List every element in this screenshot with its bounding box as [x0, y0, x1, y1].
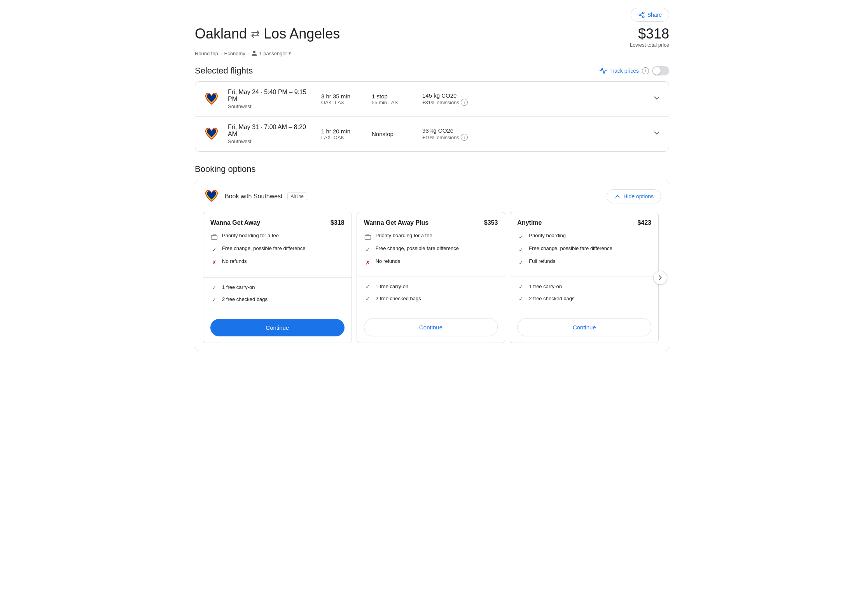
fare-name-1: Wanna Get Away: [210, 219, 260, 226]
fare-feature-text-3-refund: Full refunds: [529, 258, 555, 264]
check-icon-1-change: ✓: [210, 246, 218, 254]
track-prices-link[interactable]: Track prices: [599, 67, 639, 75]
bag-feature-text-1-checked: 2 free checked bags: [222, 296, 268, 302]
check-icon-1-checked: ✓: [210, 296, 218, 303]
fare-name-3: Anytime: [517, 219, 542, 226]
emissions-info-icon-1[interactable]: i: [461, 99, 468, 106]
fare-feature-text-1-boarding: Priority boarding for a fee: [222, 233, 279, 238]
fee-icon-1: [210, 233, 218, 241]
flight-row-2: Fri, May 31 · 7:00 AM – 8:20 AM Southwes…: [195, 117, 669, 151]
fare-feature-1-refund: ✗ No refunds: [210, 258, 345, 266]
flight-date-1: Fri, May 24: [228, 89, 259, 95]
bag-feature-3-carryon: ✓ 1 free carry-on: [517, 282, 651, 290]
fare-feature-1-change: ✓ Free change, possible fare difference: [210, 245, 345, 254]
svg-rect-6: [365, 235, 371, 240]
selected-flights-header: Selected flights Track prices i: [195, 66, 669, 76]
duration-main-2: 1 hr 20 min: [321, 128, 364, 135]
trip-type: Round trip: [195, 51, 218, 56]
hide-options-button[interactable]: Hide options: [607, 189, 661, 203]
fare-card-action-1: Continue: [203, 313, 352, 343]
svg-line-3: [640, 15, 642, 16]
flight-times-1: Fri, May 24 · 5:40 PM – 9:15 PM Southwes…: [228, 89, 313, 109]
book-with-label: Book with Southwest: [225, 193, 283, 200]
fare-card-bags-1: ✓ 1 free carry-on ✓ 2 free checked bags: [203, 278, 352, 313]
bag-feature-1-checked: ✓ 2 free checked bags: [210, 295, 345, 303]
route-title: Oakland ⇄ Los Angeles: [195, 26, 340, 42]
check-icon-3-carryon: ✓: [517, 283, 525, 290]
flight-time-range-2: Fri, May 31 · 7:00 AM – 8:20 AM: [228, 124, 313, 138]
booking-card: Book with Southwest Airline Hide options…: [195, 180, 669, 351]
fare-card-action-3: Continue: [510, 312, 658, 343]
cross-icon-1-refund: ✗: [210, 259, 218, 266]
fare-cards-container: Wanna Get Away $318 Priority boarding fo…: [203, 212, 661, 343]
flight-row: Fri, May 24 · 5:40 PM – 9:15 PM Southwes…: [195, 82, 669, 117]
cross-icon-2-refund: ✗: [364, 259, 372, 266]
booking-header: Book with Southwest Airline Hide options: [203, 188, 661, 205]
duration-route-1: OAK–LAX: [321, 100, 364, 105]
cabin-class: Economy: [224, 51, 245, 56]
flight-duration-2: 1 hr 20 min LAX–OAK: [321, 128, 364, 140]
continue-button-1[interactable]: Continue: [210, 319, 345, 336]
svg-line-4: [640, 13, 642, 14]
bag-feature-text-2-checked: 2 free checked bags: [376, 296, 421, 301]
fare-feature-1-boarding: Priority boarding for a fee: [210, 233, 345, 241]
fare-card-anytime: Anytime $423 ✓ Priority boarding ✓ Free …: [510, 212, 659, 343]
bag-feature-2-checked: ✓ 2 free checked bags: [364, 294, 498, 303]
continue-button-3[interactable]: Continue: [517, 318, 651, 336]
bag-feature-text-1-carryon: 1 free carry-on: [222, 284, 255, 290]
emissions-main-2: 93 kg CO2e: [422, 127, 645, 134]
passenger-selector[interactable]: 1 passenger ▾: [251, 50, 291, 56]
flight-time-range-1: Fri, May 24 · 5:40 PM – 9:15 PM: [228, 89, 313, 103]
route-header: Oakland ⇄ Los Angeles $318 Lowest total …: [195, 26, 669, 48]
continue-button-2[interactable]: Continue: [364, 318, 498, 336]
fare-card-header-3: Anytime $423: [517, 219, 651, 226]
check-icon-3-refund: ✓: [517, 259, 525, 266]
passenger-chevron-icon: ▾: [289, 51, 291, 56]
fare-card-wanna-get-away: Wanna Get Away $318 Priority boarding fo…: [203, 212, 352, 343]
flight-duration-1: 3 hr 35 min OAK–LAX: [321, 93, 364, 105]
bag-feature-text-2-carryon: 1 free carry-on: [376, 284, 409, 289]
top-bar: Share: [195, 8, 669, 22]
track-prices-info-icon[interactable]: i: [642, 67, 649, 74]
duration-route-2: LAX–OAK: [321, 135, 364, 140]
fare-card-bags-3: ✓ 1 free carry-on ✓ 2 free checked bags: [510, 277, 658, 312]
svg-rect-5: [212, 235, 217, 240]
emissions-info-icon-2[interactable]: i: [461, 134, 468, 141]
fare-feature-text-2-boarding: Priority boarding for a fee: [376, 233, 432, 238]
fare-feature-3-change: ✓ Free change, possible fare difference: [517, 245, 651, 254]
share-button[interactable]: Share: [631, 8, 669, 22]
fare-feature-2-boarding: Priority boarding for a fee: [364, 233, 498, 241]
destination-city: Los Angeles: [264, 26, 340, 42]
bag-feature-3-checked: ✓ 2 free checked bags: [517, 294, 651, 303]
flight-expand-button-2[interactable]: [652, 129, 661, 139]
fare-price-1: $318: [331, 219, 345, 226]
origin-city: Oakland: [195, 26, 247, 42]
fare-card-top-2: Wanna Get Away Plus $353 Priority boardi…: [357, 212, 505, 277]
southwest-logo-booking: [203, 188, 220, 205]
fare-price-2: $353: [484, 219, 498, 226]
fare-card-top-1: Wanna Get Away $318 Priority boarding fo…: [203, 212, 352, 278]
flights-container: Fri, May 24 · 5:40 PM – 9:15 PM Southwes…: [195, 81, 669, 152]
fare-feature-text-2-refund: No refunds: [376, 258, 401, 264]
track-prices-container: Track prices i: [599, 66, 669, 75]
fare-card-action-2: Continue: [357, 312, 505, 343]
chevron-up-icon: [614, 193, 621, 200]
price-display: $318 Lowest total price: [630, 26, 669, 48]
total-price: $318: [630, 26, 669, 42]
fare-card-wanna-get-away-plus: Wanna Get Away Plus $353 Priority boardi…: [357, 212, 505, 343]
fare-feature-text-2-change: Free change, possible fare difference: [376, 245, 459, 251]
fare-name-2: Wanna Get Away Plus: [364, 219, 429, 226]
track-prices-label: Track prices: [609, 68, 639, 74]
chevron-down-icon-2: [652, 129, 661, 137]
flight-stops-1: 1 stop 55 min LAS: [372, 93, 415, 105]
flight-expand-button-1[interactable]: [652, 94, 661, 104]
next-fare-button[interactable]: [653, 271, 667, 285]
bag-feature-text-3-carryon: 1 free carry-on: [529, 284, 562, 289]
fare-feature-3-boarding: ✓ Priority boarding: [517, 233, 651, 241]
flight-times-2: Fri, May 31 · 7:00 AM – 8:20 AM Southwes…: [228, 124, 313, 144]
track-prices-toggle[interactable]: [652, 66, 669, 75]
bag-feature-1-carryon: ✓ 1 free carry-on: [210, 283, 345, 291]
fare-feature-3-refund: ✓ Full refunds: [517, 258, 651, 266]
booking-options-title: Booking options: [195, 164, 669, 174]
fare-price-3: $423: [637, 219, 651, 226]
